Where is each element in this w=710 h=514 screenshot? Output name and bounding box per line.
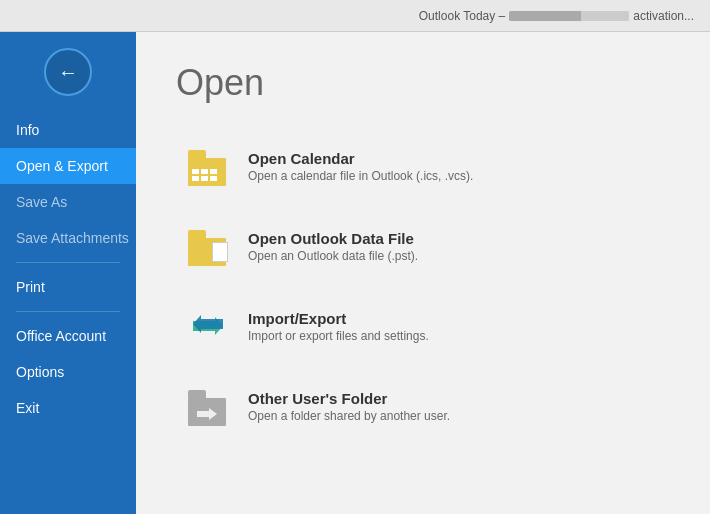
sidebar-item-options[interactable]: Options xyxy=(0,354,136,390)
page-title: Open xyxy=(176,62,670,104)
activation-progress-fill xyxy=(509,11,581,21)
activation-bar: Outlook Today – activation... xyxy=(419,9,694,23)
other-users-folder-text: Other User's Folder Open a folder shared… xyxy=(248,390,450,423)
open-calendar-desc: Open a calendar file in Outlook (.ics, .… xyxy=(248,169,473,183)
other-users-folder-icon xyxy=(184,382,232,430)
sidebar-item-exit[interactable]: Exit xyxy=(0,390,136,426)
sidebar-item-info[interactable]: Info xyxy=(0,112,136,148)
outlook-today-label: Outlook Today – xyxy=(419,9,506,23)
folder-tab xyxy=(188,390,206,398)
sidebar-divider-1 xyxy=(16,262,120,263)
other-users-folder-title: Other User's Folder xyxy=(248,390,450,407)
open-data-file-desc: Open an Outlook data file (.pst). xyxy=(248,249,418,263)
sidebar-item-save-attachments[interactable]: Save Attachments xyxy=(0,220,136,256)
action-item-open-calendar[interactable]: Open Calendar Open a calendar file in Ou… xyxy=(176,128,670,204)
sidebar-divider-2 xyxy=(16,311,120,312)
import-export-desc: Import or export files and settings. xyxy=(248,329,429,343)
sidebar-item-office-account[interactable]: Office Account xyxy=(0,318,136,354)
back-button[interactable]: ← xyxy=(44,48,92,96)
import-export-icon xyxy=(184,302,232,350)
arrows-svg xyxy=(189,307,227,345)
open-calendar-icon xyxy=(184,142,232,190)
action-item-import-export[interactable]: Import/Export Import or export files and… xyxy=(176,288,670,364)
calendar-folder-icon xyxy=(188,146,228,186)
doc-overlay xyxy=(212,242,228,262)
other-users-folder-desc: Open a folder shared by another user. xyxy=(248,409,450,423)
open-data-file-title: Open Outlook Data File xyxy=(248,230,418,247)
shared-folder-icon xyxy=(188,386,228,426)
content-area: Open Open Calendar Open a ca xyxy=(136,32,710,514)
open-data-file-text: Open Outlook Data File Open an Outlook d… xyxy=(248,230,418,263)
calendar-grid xyxy=(192,169,218,182)
sidebar: ← Info Open & Export Save As Save Attach… xyxy=(0,32,136,514)
action-item-other-users-folder[interactable]: Other User's Folder Open a folder shared… xyxy=(176,368,670,444)
import-export-title: Import/Export xyxy=(248,310,429,327)
top-bar: Outlook Today – activation... xyxy=(0,0,710,32)
folder-tab xyxy=(188,150,206,158)
action-item-open-data-file[interactable]: Open Outlook Data File Open an Outlook d… xyxy=(176,208,670,284)
main-layout: ← Info Open & Export Save As Save Attach… xyxy=(0,32,710,514)
open-data-file-icon xyxy=(184,222,232,270)
shared-arrow-svg xyxy=(195,407,219,421)
activation-label: activation... xyxy=(633,9,694,23)
arrow-overlay xyxy=(194,406,220,422)
folder-tab xyxy=(188,230,206,238)
import-export-arrows-icon xyxy=(188,306,228,346)
open-calendar-text: Open Calendar Open a calendar file in Ou… xyxy=(248,150,473,183)
sidebar-item-open-export[interactable]: Open & Export xyxy=(0,148,136,184)
sidebar-item-save-as[interactable]: Save As xyxy=(0,184,136,220)
back-icon: ← xyxy=(58,61,78,84)
import-export-text: Import/Export Import or export files and… xyxy=(248,310,429,343)
sidebar-item-print[interactable]: Print xyxy=(0,269,136,305)
action-list: Open Calendar Open a calendar file in Ou… xyxy=(176,128,670,444)
activation-progress-bar xyxy=(509,11,629,21)
datafile-folder-icon xyxy=(188,226,228,266)
open-calendar-title: Open Calendar xyxy=(248,150,473,167)
